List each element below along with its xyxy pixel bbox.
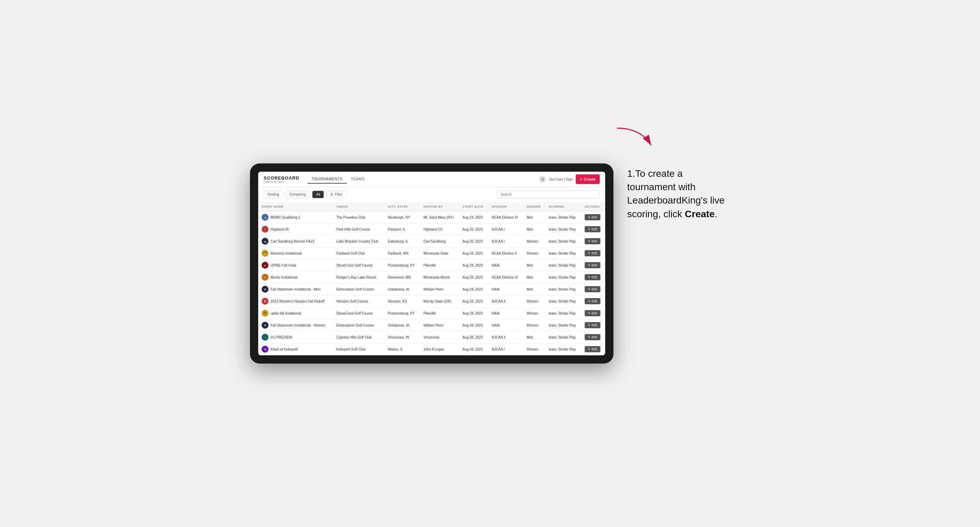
cell-scoring-11: team, Stroke Play <box>545 343 581 356</box>
cell-venue-11: Kokopelli Golf Club <box>333 343 384 356</box>
table-row: 🏌 Highland 36 Park Hills Golf Course Fre… <box>258 224 605 235</box>
arrow-indicator <box>613 125 655 152</box>
table-row: 🦊 Morris Invitational Ruttger's Bay Lake… <box>258 271 605 283</box>
nav-tournaments[interactable]: TOURNAMENTS <box>307 175 347 184</box>
team-logo-6: ⚡ <box>262 286 269 293</box>
cell-start-date-2: Aug 26, 2023 <box>459 235 488 248</box>
event-name-text-8: upike fall invitational <box>270 311 301 315</box>
cell-start-date-10: Aug 28, 2023 <box>459 331 488 343</box>
team-logo-3: 🤠 <box>262 250 269 257</box>
table-row: 🎯 2023 Women's Hesston Fall Kickoff Hess… <box>258 295 605 307</box>
cell-gender-3: Women <box>523 248 545 259</box>
settings-icon[interactable]: ⚙ <box>539 176 546 183</box>
cell-city-state-10: Vincennes, IN <box>384 331 420 343</box>
filter-icon: ☰ <box>330 192 333 196</box>
cell-event-name-10: 🏔 VU PREVIEW <box>258 331 333 343</box>
annotation-area: 1.To create a tournament with Leaderboar… <box>627 163 730 221</box>
edit-button-7[interactable]: Edit <box>585 298 601 304</box>
edit-button-5[interactable]: Edit <box>585 274 601 280</box>
team-logo-7: 🎯 <box>262 298 269 305</box>
cell-city-state-3: Faribault, MN <box>384 248 420 259</box>
edit-button-9[interactable]: Edit <box>585 322 601 328</box>
competing-filter-button[interactable]: Competing <box>286 191 310 198</box>
hosting-filter-button[interactable]: Hosting <box>264 191 283 198</box>
tablet-device: SCOREBOARD Powered by Clippit TOURNAMENT… <box>250 163 613 364</box>
cell-start-date-3: Aug 28, 2023 <box>459 248 488 259</box>
table-row: ⛳ MSMC Qualifying 1 The Powelton Club Ne… <box>258 211 605 224</box>
cell-division-4: NAIA <box>488 259 523 271</box>
filter-button[interactable]: ☰ Filter <box>326 191 346 198</box>
all-filter-button[interactable]: All <box>312 191 324 198</box>
cell-event-name-7: 🎯 2023 Women's Hesston Fall Kickoff <box>258 295 333 307</box>
cell-event-name-2: ⛳ Carl Sandburg Women FA23 <box>258 235 333 248</box>
edit-button-10[interactable]: Edit <box>585 334 601 340</box>
edit-button-8[interactable]: Edit <box>585 310 601 316</box>
cell-division-11: NJCAA I <box>488 343 523 356</box>
cell-venue-9: Edmundson Golf Course <box>333 319 384 331</box>
cell-venue-3: Faribault Golf Club <box>333 248 384 259</box>
cell-actions-11: Edit <box>581 343 605 356</box>
cell-event-name-3: 🤠 Maverick Invitational <box>258 248 333 259</box>
tournaments-table-container: EVENT NAME VENUE CITY, STATE HOSTED BY S… <box>258 202 605 356</box>
edit-button-0[interactable]: Edit <box>585 214 601 220</box>
edit-button-1[interactable]: Edit <box>585 226 601 232</box>
cell-hosted-by-8: Pikeville <box>420 307 459 319</box>
search-box <box>497 190 600 198</box>
table-row: 🦅 upike fall invitational StoneCrest Gol… <box>258 307 605 319</box>
col-event-name: EVENT NAME <box>258 202 333 211</box>
edit-button-11[interactable]: Edit <box>585 346 601 352</box>
edit-button-2[interactable]: Edit <box>585 238 601 244</box>
edit-button-4[interactable]: Edit <box>585 262 601 268</box>
event-name-text-4: UPIKE Fall Invite <box>270 264 297 267</box>
nav-links: TOURNAMENTS TEAMS <box>307 175 369 184</box>
cell-division-0: NCAA Division III <box>488 211 523 224</box>
cell-hosted-by-10: Vincennes <box>420 331 459 343</box>
cell-start-date-4: Aug 28, 2023 <box>459 259 488 271</box>
table-row: ⚡ Fall Statesmen Invitational - Women Ed… <box>258 319 605 331</box>
col-division: DIVISION <box>488 202 523 211</box>
cell-venue-8: StoneCrest Golf Course <box>333 307 384 319</box>
edit-button-6[interactable]: Edit <box>585 286 601 292</box>
col-venue: VENUE <box>333 202 384 211</box>
cell-hosted-by-0: Mt. Saint Mary (NY) <box>420 211 459 224</box>
cell-event-name-1: 🏌 Highland 36 <box>258 224 333 235</box>
nav-teams[interactable]: TEAMS <box>347 175 369 184</box>
cell-actions-6: Edit <box>581 283 605 295</box>
cell-city-state-4: Prestonsburg, KY <box>384 259 420 271</box>
table-body: ⛳ MSMC Qualifying 1 The Powelton Club Ne… <box>258 211 605 356</box>
event-name-cell-4: 🦅 UPIKE Fall Invite <box>262 262 329 269</box>
table-row: ⛳ Carl Sandburg Women FA23 Lake Bracken … <box>258 235 605 248</box>
cell-city-state-7: Hesston, KS <box>384 295 420 307</box>
col-actions: ACTIONS <box>581 202 605 211</box>
cell-actions-0: Edit <box>581 211 605 224</box>
cell-start-date-0: Aug 24, 2023 <box>459 211 488 224</box>
cell-event-name-0: ⛳ MSMC Qualifying 1 <box>258 211 333 224</box>
cell-gender-0: Men <box>523 211 545 224</box>
cell-division-7: NJCAA II <box>488 295 523 307</box>
event-name-cell-0: ⛳ MSMC Qualifying 1 <box>262 214 329 221</box>
cell-city-state-9: Oskaloosa, IA <box>384 319 420 331</box>
navbar: SCOREBOARD Powered by Clippit TOURNAMENT… <box>258 171 605 187</box>
event-name-text-3: Maverick Invitational <box>270 251 302 255</box>
event-name-text-6: Fall Statesmen Invitational - Men <box>270 287 321 291</box>
cell-hosted-by-9: William Penn <box>420 319 459 331</box>
create-button[interactable]: Create <box>576 175 600 184</box>
cell-hosted-by-3: Minnesota State <box>420 248 459 259</box>
cell-city-state-5: Deerwood, MN <box>384 271 420 283</box>
event-name-cell-9: ⚡ Fall Statesmen Invitational - Women <box>262 322 329 329</box>
edit-button-3[interactable]: Edit <box>585 250 601 256</box>
user-info: Test User | Sign <box>549 178 573 181</box>
cell-start-date-1: Aug 25, 2023 <box>459 224 488 235</box>
cell-division-1: NJCAA I <box>488 224 523 235</box>
search-input[interactable] <box>497 190 600 198</box>
cell-venue-4: StoneCrest Golf Course <box>333 259 384 271</box>
cell-gender-5: Men <box>523 271 545 283</box>
team-logo-2: ⛳ <box>262 238 269 244</box>
cell-actions-8: Edit <box>581 307 605 319</box>
event-name-cell-5: 🦊 Morris Invitational <box>262 274 329 281</box>
event-name-text-0: MSMC Qualifying 1 <box>270 216 300 219</box>
cell-actions-7: Edit <box>581 295 605 307</box>
cell-venue-2: Lake Bracken Country Club <box>333 235 384 248</box>
cell-venue-0: The Powelton Club <box>333 211 384 224</box>
cell-start-date-8: Aug 28, 2023 <box>459 307 488 319</box>
